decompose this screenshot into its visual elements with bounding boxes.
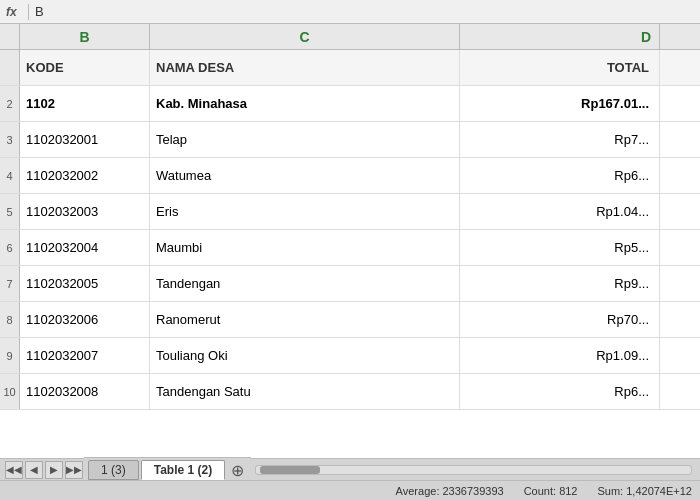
- formula-value: B: [35, 4, 44, 19]
- cell-c[interactable]: Ranomerut: [150, 302, 460, 337]
- table-row: 101102032008Tandengan SatuRp6...: [0, 374, 700, 410]
- table-header-row: KODE NAMA DESA TOTAL: [0, 50, 700, 86]
- cell-d[interactable]: Rp9...: [460, 266, 660, 301]
- nav-last-arrow[interactable]: ▶▶: [65, 461, 83, 479]
- row-num: 7: [0, 266, 20, 301]
- cell-c[interactable]: Kab. Minahasa: [150, 86, 460, 121]
- formula-bar: fx B: [0, 0, 700, 24]
- cell-c[interactable]: Tandengan Satu: [150, 374, 460, 409]
- scrollbar-track[interactable]: [255, 465, 692, 475]
- column-headers: B C D: [0, 24, 700, 50]
- tab-table1[interactable]: Table 1 (2): [141, 460, 225, 480]
- tab-bar: 1 (3) Table 1 (2) ⊕: [84, 457, 251, 483]
- table-row: 31102032001TelapRp7...: [0, 122, 700, 158]
- table-row: 71102032005TandenganRp9...: [0, 266, 700, 302]
- row-num: 10: [0, 374, 20, 409]
- fx-icon: fx: [6, 5, 22, 19]
- cell-d[interactable]: Rp70...: [460, 302, 660, 337]
- cell-d[interactable]: Rp1.04...: [460, 194, 660, 229]
- row-num: 3: [0, 122, 20, 157]
- table-row: 51102032003ErisRp1.04...: [0, 194, 700, 230]
- scrollbar-area[interactable]: [255, 465, 692, 475]
- row-num: 4: [0, 158, 20, 193]
- col-header-b[interactable]: B: [20, 24, 150, 50]
- cell-c[interactable]: Touliang Oki: [150, 338, 460, 373]
- spreadsheet: B C D KODE NAMA DESA TOTAL 21102Kab. Min…: [0, 24, 700, 458]
- cell-b[interactable]: 1102032002: [20, 158, 150, 193]
- cell-d[interactable]: Rp5...: [460, 230, 660, 265]
- row-num: [0, 50, 20, 85]
- row-num-header: [0, 24, 20, 49]
- cell-d[interactable]: Rp1.09...: [460, 338, 660, 373]
- nav-prev-arrow[interactable]: ◀: [25, 461, 43, 479]
- row-num: 8: [0, 302, 20, 337]
- cell-c[interactable]: Tandengan: [150, 266, 460, 301]
- cell-b[interactable]: 1102: [20, 86, 150, 121]
- nav-first-arrow[interactable]: ◀◀: [5, 461, 23, 479]
- row-num: 9: [0, 338, 20, 373]
- cell-b[interactable]: 1102032005: [20, 266, 150, 301]
- table-row: 81102032006RanomerutRp70...: [0, 302, 700, 338]
- nav-next-arrow[interactable]: ▶: [45, 461, 63, 479]
- cell-kode-header[interactable]: KODE: [20, 50, 150, 85]
- cell-c[interactable]: Eris: [150, 194, 460, 229]
- cell-c[interactable]: Telap: [150, 122, 460, 157]
- status-sum: Sum: 1,42074E+12: [598, 485, 693, 497]
- col-header-d[interactable]: D: [460, 24, 660, 50]
- bottom-controls: ◀◀ ◀ ▶ ▶▶ 1 (3) Table 1 (2) ⊕: [0, 458, 700, 480]
- status-count: Count: 812: [524, 485, 578, 497]
- cell-total-header[interactable]: TOTAL: [460, 50, 660, 85]
- cell-b[interactable]: 1102032001: [20, 122, 150, 157]
- cell-b[interactable]: 1102032003: [20, 194, 150, 229]
- data-rows: KODE NAMA DESA TOTAL 21102Kab. MinahasaR…: [0, 50, 700, 458]
- row-num: 2: [0, 86, 20, 121]
- cell-b[interactable]: 1102032008: [20, 374, 150, 409]
- cell-d[interactable]: Rp6...: [460, 374, 660, 409]
- scrollbar-thumb[interactable]: [260, 466, 320, 474]
- cell-b[interactable]: 1102032006: [20, 302, 150, 337]
- cell-d[interactable]: Rp6...: [460, 158, 660, 193]
- table-row: 91102032007Touliang OkiRp1.09...: [0, 338, 700, 374]
- cell-c[interactable]: Maumbi: [150, 230, 460, 265]
- table-row: 21102Kab. MinahasaRp167.01...: [0, 86, 700, 122]
- cell-c[interactable]: Watumea: [150, 158, 460, 193]
- status-bar: Average: 2336739393 Count: 812 Sum: 1,42…: [0, 480, 700, 500]
- row-num: 5: [0, 194, 20, 229]
- cell-b[interactable]: 1102032007: [20, 338, 150, 373]
- col-header-c[interactable]: C: [150, 24, 460, 50]
- row-num: 6: [0, 230, 20, 265]
- formula-separator: [28, 4, 29, 20]
- table-row: 41102032002WatumeaRp6...: [0, 158, 700, 194]
- cell-nama-header[interactable]: NAMA DESA: [150, 50, 460, 85]
- tab-1[interactable]: 1 (3): [88, 460, 139, 480]
- status-average: Average: 2336739393: [396, 485, 504, 497]
- tab-add-button[interactable]: ⊕: [227, 460, 247, 480]
- cell-d[interactable]: Rp167.01...: [460, 86, 660, 121]
- cell-d[interactable]: Rp7...: [460, 122, 660, 157]
- table-row: 61102032004MaumbiRp5...: [0, 230, 700, 266]
- cell-b[interactable]: 1102032004: [20, 230, 150, 265]
